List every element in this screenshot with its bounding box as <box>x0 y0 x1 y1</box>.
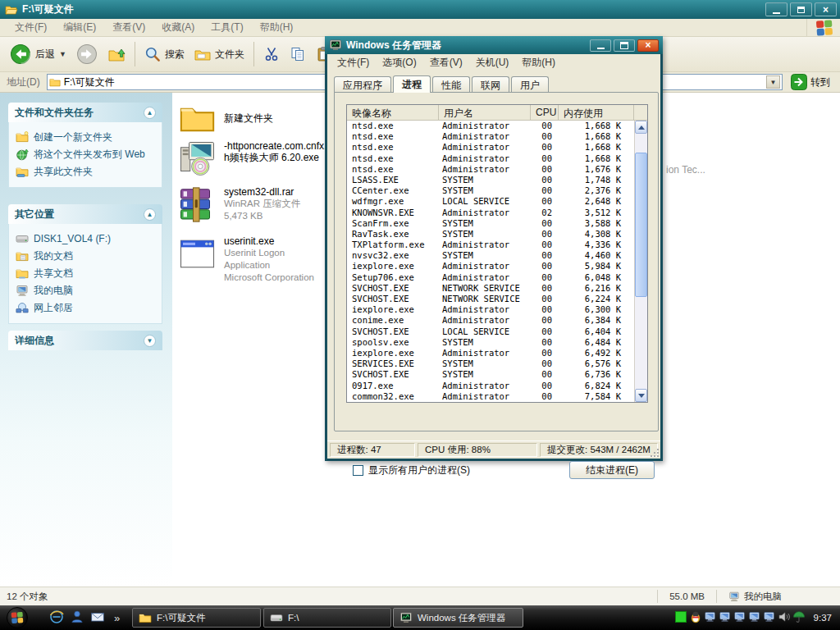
sidebar-item[interactable]: 共享此文件夹 <box>14 163 157 180</box>
restore-button[interactable] <box>790 2 812 16</box>
tray-computer-icon[interactable] <box>763 610 776 626</box>
forward-button[interactable] <box>71 41 103 67</box>
address-dropdown-button[interactable]: ▼ <box>766 75 780 89</box>
process-row[interactable]: iexplore.exeAdministrator006,300 K <box>347 304 647 315</box>
process-row[interactable]: SVCHOST.EXENETWORK SERVICE006,224 K <box>347 294 647 304</box>
process-row[interactable]: SVCHOST.EXESYSTEM006,736 K <box>347 369 647 380</box>
taskmgr-titlebar[interactable]: Windows 任务管理器 × <box>325 36 663 54</box>
sidebar-item[interactable]: 我的电脑 <box>14 282 157 299</box>
search-button[interactable]: 搜索 <box>139 43 189 65</box>
tab-2[interactable]: 性能 <box>432 76 470 93</box>
vertical-scrollbar[interactable] <box>634 121 647 402</box>
sidebar-item[interactable]: 我的文档 <box>14 248 157 265</box>
process-row[interactable]: KNOWNSVR.EXEAdministrator023,512 K <box>347 208 647 218</box>
sidebar-panel-header[interactable]: 其它位置▲ <box>8 204 162 224</box>
process-row[interactable]: ScanFrm.exeSYSTEM003,588 K <box>347 218 647 229</box>
quicklaunch-messenger-icon[interactable] <box>70 609 84 627</box>
tray-computer-icon[interactable] <box>733 610 746 626</box>
copy-button[interactable] <box>285 43 311 65</box>
cut-button[interactable] <box>258 43 285 65</box>
show-all-processes-checkbox[interactable]: 显示所有用户的进程(S) <box>353 463 470 477</box>
file-item[interactable]: 新建文件夹 <box>179 99 331 136</box>
column-header-2[interactable]: CPU <box>531 105 559 120</box>
process-row[interactable]: ntsd.exeAdministrator001,668 K <box>347 142 647 153</box>
minimize-button[interactable] <box>590 39 611 52</box>
tray-computer-icon[interactable] <box>719 610 732 626</box>
process-row[interactable]: SVCHOST.EXELOCAL SERVICE006,404 K <box>347 326 647 337</box>
quicklaunch-outlook-icon[interactable] <box>90 609 105 627</box>
tab-0[interactable]: 应用程序 <box>334 76 391 93</box>
process-row[interactable]: ntsd.exeAdministrator001,668 K <box>347 153 647 164</box>
explorer-menu-4[interactable]: 工具(T) <box>203 19 251 36</box>
tray-computer-icon[interactable] <box>748 610 761 626</box>
process-row[interactable]: SVCHOST.EXENETWORK SERVICE006,216 K <box>347 283 647 294</box>
scroll-up-button[interactable] <box>635 121 647 134</box>
process-row[interactable]: ntsd.exeAdministrator001,676 K <box>347 164 647 175</box>
process-row[interactable]: nvsvc32.exeSYSTEM004,460 K <box>347 250 647 261</box>
taskmgr-menu-2[interactable]: 查看(V) <box>423 54 469 71</box>
file-item[interactable]: system32-dll.rarWinRAR 压缩文件5,473 KB <box>179 186 331 223</box>
taskmgr-menu-4[interactable]: 帮助(H) <box>515 54 562 71</box>
process-row[interactable]: iexplore.exeAdministrator006,492 K <box>347 348 647 358</box>
sidebar-item[interactable]: 网上邻居 <box>14 299 157 317</box>
minimize-button[interactable] <box>765 2 788 16</box>
tray-computer-icon[interactable] <box>704 610 717 626</box>
tab-4[interactable]: 用户 <box>511 76 549 93</box>
overflow-chevron-icon[interactable]: » <box>114 612 120 624</box>
start-button[interactable] <box>7 607 28 628</box>
explorer-menu-1[interactable]: 编辑(E) <box>55 19 104 36</box>
scrollbar-thumb[interactable] <box>635 153 647 297</box>
process-row[interactable]: CCenter.exeSYSTEM002,376 K <box>347 185 647 196</box>
process-row[interactable]: wdfmgr.exeLOCAL SERVICE002,648 K <box>347 196 647 207</box>
sidebar-item[interactable]: 创建一个新文件夹 <box>14 129 157 146</box>
quicklaunch-ie-icon[interactable] <box>49 609 64 627</box>
tab-3[interactable]: 联网 <box>472 76 509 93</box>
process-row[interactable]: ntsd.exeAdministrator001,668 K <box>347 121 647 131</box>
process-row[interactable]: TXPlatform.exeAdministrator004,336 K <box>347 240 647 250</box>
sidebar-item[interactable]: DISK1_VOL4 (F:) <box>14 231 157 248</box>
folders-button[interactable]: 文件夹 <box>189 43 249 65</box>
process-row[interactable]: RavTask.exeSYSTEM004,308 K <box>347 229 647 240</box>
resize-grip[interactable] <box>649 447 660 458</box>
file-item[interactable]: userinit.exeUserinit Logon ApplicationMi… <box>179 235 331 284</box>
taskmgr-menu-0[interactable]: 文件(F) <box>331 54 376 71</box>
tab-1[interactable]: 进程 <box>393 75 431 93</box>
sidebar-item[interactable]: 将这个文件夹发布到 Web <box>14 146 157 163</box>
up-button[interactable] <box>103 43 130 66</box>
chevron-down-icon[interactable]: ▼ <box>144 335 156 347</box>
chevron-up-icon[interactable]: ▲ <box>144 208 156 221</box>
close-button[interactable]: × <box>815 2 837 16</box>
taskbar-button-0[interactable]: F:\可疑文件 <box>132 608 261 628</box>
explorer-menu-2[interactable]: 查看(V) <box>104 19 153 36</box>
column-header-0[interactable]: 映像名称 <box>347 105 439 120</box>
taskbar-button-2[interactable]: Windows 任务管理器 <box>393 608 523 628</box>
checkbox-box[interactable] <box>353 465 363 476</box>
chevron-up-icon[interactable]: ▲ <box>144 107 156 119</box>
process-row[interactable]: SERVICES.EXESYSTEM006,576 K <box>347 358 647 369</box>
explorer-menu-0[interactable]: 文件(F) <box>7 19 55 36</box>
taskmgr-menu-3[interactable]: 关机(U) <box>469 54 516 71</box>
go-button[interactable]: 转到 <box>786 74 837 90</box>
process-row[interactable]: Setup706.exeAdministrator006,048 K <box>347 272 647 283</box>
scroll-down-button[interactable] <box>635 389 647 402</box>
process-row[interactable]: LSASS.EXESYSTEM001,748 K <box>347 175 647 185</box>
explorer-menu-5[interactable]: 帮助(H) <box>252 19 302 36</box>
column-header-1[interactable]: 用户名 <box>439 105 531 120</box>
tray-qq-icon[interactable] <box>689 610 702 626</box>
close-button[interactable]: × <box>637 39 659 52</box>
sidebar-item[interactable]: 共享文档 <box>14 265 157 282</box>
file-item[interactable]: -httponcreate.com.cnfx.h频转换大师 6.20.exe <box>179 140 331 177</box>
end-process-button[interactable]: 结束进程(E) <box>569 461 655 479</box>
column-header-3[interactable]: 内存使用 <box>559 105 634 120</box>
process-row[interactable]: iexplore.exeAdministrator005,984 K <box>347 261 647 272</box>
back-dropdown-icon[interactable]: ▼ <box>59 50 66 58</box>
tray-volume-icon[interactable] <box>778 610 791 626</box>
explorer-titlebar[interactable]: F:\可疑文件 × <box>0 0 840 19</box>
process-row[interactable]: ntsd.exeAdministrator001,668 K <box>347 131 647 142</box>
back-button[interactable]: 后退 ▼ <box>5 41 71 67</box>
tray-umbrella-icon[interactable] <box>792 610 806 626</box>
process-row[interactable]: common32.exeAdministrator007,584 K <box>347 391 647 402</box>
process-row[interactable]: conime.exeAdministrator006,384 K <box>347 315 647 326</box>
sidebar-panel-header[interactable]: 详细信息▼ <box>8 331 162 350</box>
sidebar-panel-header[interactable]: 文件和文件夹任务▲ <box>8 103 162 122</box>
